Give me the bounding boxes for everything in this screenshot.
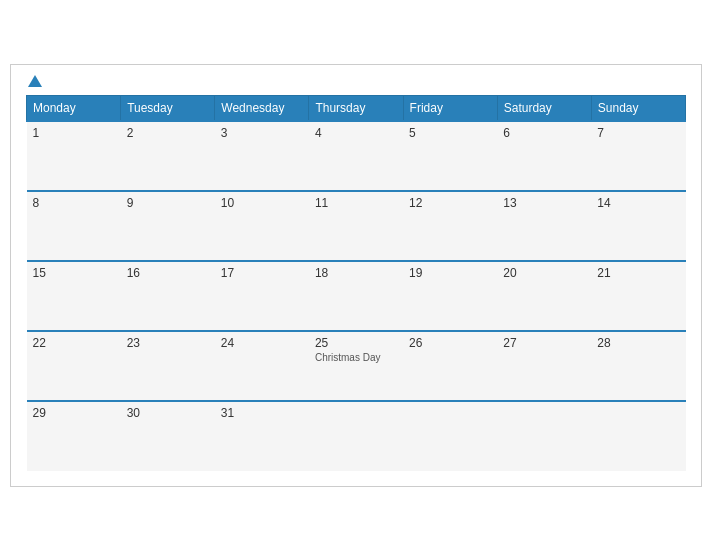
day-number: 27 bbox=[503, 336, 585, 350]
day-number: 4 bbox=[315, 126, 397, 140]
day-number: 7 bbox=[597, 126, 679, 140]
day-number: 6 bbox=[503, 126, 585, 140]
calendar-cell: 3 bbox=[215, 121, 309, 191]
day-number: 15 bbox=[33, 266, 115, 280]
calendar-cell bbox=[497, 401, 591, 471]
calendar-cell: 19 bbox=[403, 261, 497, 331]
calendar-cell: 9 bbox=[121, 191, 215, 261]
day-number: 28 bbox=[597, 336, 679, 350]
week-row-2: 891011121314 bbox=[27, 191, 686, 261]
logo bbox=[26, 75, 42, 87]
calendar-cell: 8 bbox=[27, 191, 121, 261]
calendar-cell: 22 bbox=[27, 331, 121, 401]
day-number: 23 bbox=[127, 336, 209, 350]
calendar-cell bbox=[591, 401, 685, 471]
day-number: 21 bbox=[597, 266, 679, 280]
day-number: 17 bbox=[221, 266, 303, 280]
week-row-5: 293031 bbox=[27, 401, 686, 471]
day-number: 8 bbox=[33, 196, 115, 210]
calendar-cell: 4 bbox=[309, 121, 403, 191]
weekday-header-tuesday: Tuesday bbox=[121, 95, 215, 121]
week-row-3: 15161718192021 bbox=[27, 261, 686, 331]
day-number: 10 bbox=[221, 196, 303, 210]
calendar-container: MondayTuesdayWednesdayThursdayFridaySatu… bbox=[10, 64, 702, 487]
day-number: 22 bbox=[33, 336, 115, 350]
calendar-cell: 1 bbox=[27, 121, 121, 191]
day-number: 5 bbox=[409, 126, 491, 140]
calendar-cell: 11 bbox=[309, 191, 403, 261]
calendar-cell: 20 bbox=[497, 261, 591, 331]
week-row-4: 22232425Christmas Day262728 bbox=[27, 331, 686, 401]
day-number: 14 bbox=[597, 196, 679, 210]
day-number: 19 bbox=[409, 266, 491, 280]
calendar-table: MondayTuesdayWednesdayThursdayFridaySatu… bbox=[26, 95, 686, 471]
calendar-cell: 31 bbox=[215, 401, 309, 471]
calendar-cell: 24 bbox=[215, 331, 309, 401]
calendar-body: 1234567891011121314151617181920212223242… bbox=[27, 121, 686, 471]
calendar-cell: 7 bbox=[591, 121, 685, 191]
day-number: 3 bbox=[221, 126, 303, 140]
calendar-cell: 25Christmas Day bbox=[309, 331, 403, 401]
calendar-cell: 15 bbox=[27, 261, 121, 331]
day-number: 13 bbox=[503, 196, 585, 210]
weekday-header-saturday: Saturday bbox=[497, 95, 591, 121]
calendar-cell: 21 bbox=[591, 261, 685, 331]
calendar-header bbox=[26, 75, 686, 87]
weekday-header-monday: Monday bbox=[27, 95, 121, 121]
holiday-label: Christmas Day bbox=[315, 352, 397, 363]
day-number: 31 bbox=[221, 406, 303, 420]
weekday-header-wednesday: Wednesday bbox=[215, 95, 309, 121]
calendar-cell: 14 bbox=[591, 191, 685, 261]
logo-triangle-icon bbox=[28, 75, 42, 87]
calendar-cell: 6 bbox=[497, 121, 591, 191]
day-number: 18 bbox=[315, 266, 397, 280]
day-number: 2 bbox=[127, 126, 209, 140]
weekday-header-sunday: Sunday bbox=[591, 95, 685, 121]
day-number: 20 bbox=[503, 266, 585, 280]
calendar-cell: 26 bbox=[403, 331, 497, 401]
calendar-cell: 2 bbox=[121, 121, 215, 191]
calendar-cell: 17 bbox=[215, 261, 309, 331]
day-number: 24 bbox=[221, 336, 303, 350]
calendar-cell: 18 bbox=[309, 261, 403, 331]
weekday-header-thursday: Thursday bbox=[309, 95, 403, 121]
day-number: 25 bbox=[315, 336, 397, 350]
day-number: 29 bbox=[33, 406, 115, 420]
calendar-cell: 5 bbox=[403, 121, 497, 191]
day-number: 11 bbox=[315, 196, 397, 210]
calendar-cell: 30 bbox=[121, 401, 215, 471]
day-number: 30 bbox=[127, 406, 209, 420]
week-row-1: 1234567 bbox=[27, 121, 686, 191]
calendar-cell bbox=[309, 401, 403, 471]
calendar-cell: 16 bbox=[121, 261, 215, 331]
calendar-thead: MondayTuesdayWednesdayThursdayFridaySatu… bbox=[27, 95, 686, 121]
calendar-cell: 12 bbox=[403, 191, 497, 261]
day-number: 16 bbox=[127, 266, 209, 280]
calendar-cell: 10 bbox=[215, 191, 309, 261]
day-number: 1 bbox=[33, 126, 115, 140]
calendar-cell: 23 bbox=[121, 331, 215, 401]
weekday-header-friday: Friday bbox=[403, 95, 497, 121]
day-number: 12 bbox=[409, 196, 491, 210]
calendar-cell: 13 bbox=[497, 191, 591, 261]
day-number: 26 bbox=[409, 336, 491, 350]
weekday-header-row: MondayTuesdayWednesdayThursdayFridaySatu… bbox=[27, 95, 686, 121]
calendar-cell: 29 bbox=[27, 401, 121, 471]
calendar-cell: 28 bbox=[591, 331, 685, 401]
calendar-cell bbox=[403, 401, 497, 471]
day-number: 9 bbox=[127, 196, 209, 210]
calendar-cell: 27 bbox=[497, 331, 591, 401]
